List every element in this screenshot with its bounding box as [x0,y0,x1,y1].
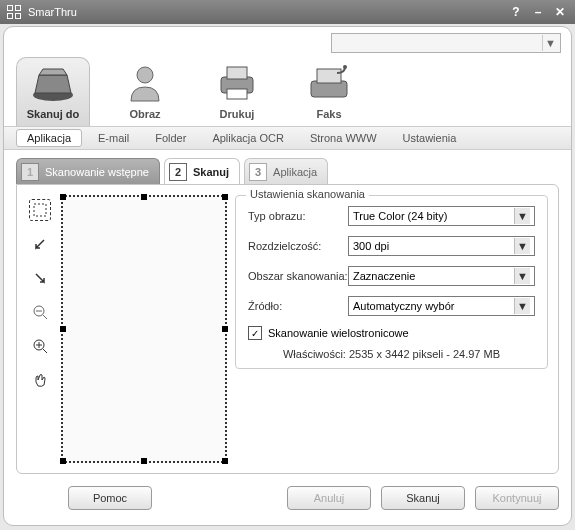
scan-settings-panel: Ustawienia skanowania Typ obrazu: True C… [235,195,548,463]
scanner-icon [28,62,78,104]
rotate-left-icon[interactable] [29,233,51,255]
resolution-label: Rozdzielczość: [248,240,348,252]
window-body: ▼ Skanuj do Obraz Drukuj Faks [3,26,572,526]
tab-image[interactable]: Obraz [108,58,182,126]
source-select[interactable]: Automatyczny wybór ▼ [348,296,535,316]
resize-handle[interactable] [141,458,147,464]
scan-area-select[interactable]: Zaznaczenie ▼ [348,266,535,286]
content-area: Ustawienia skanowania Typ obrazu: True C… [16,184,559,474]
main-toolbar: Skanuj do Obraz Drukuj Faks [4,55,571,126]
cancel-button[interactable]: Anuluj [287,486,371,510]
resolution-value: 300 dpi [353,240,389,252]
step-number: 2 [169,163,187,181]
step-number: 1 [21,163,39,181]
chevron-down-icon: ▼ [542,35,558,51]
svg-point-7 [343,65,347,69]
step-tab-scan[interactable]: 2 Skanuj [164,158,240,184]
resize-handle[interactable] [222,458,228,464]
close-icon[interactable]: ✕ [551,4,569,20]
scan-settings-fieldset: Ustawienia skanowania Typ obrazu: True C… [235,195,548,369]
svg-rect-8 [34,204,46,216]
resize-handle[interactable] [60,458,66,464]
step-label: Skanuj [193,166,229,178]
tab-print-label: Drukuj [220,108,255,126]
subtab-ocr[interactable]: Aplikacja OCR [202,130,294,146]
subtab-folder[interactable]: Folder [145,130,196,146]
image-type-label: Typ obrazu: [248,210,348,222]
app-icon [6,4,22,20]
continue-button[interactable]: Kontynuuj [475,486,559,510]
preview-tool-strip [27,195,53,463]
zoom-out-icon[interactable] [29,301,51,323]
resize-handle[interactable] [60,194,66,200]
step-tabs: 1 Skanowanie wstępne 2 Skanuj 3 Aplikacj… [4,150,571,184]
printer-icon [212,62,262,104]
step-tab-application[interactable]: 3 Aplikacja [244,158,328,184]
svg-point-1 [137,67,153,83]
rotate-right-icon[interactable] [29,267,51,289]
tab-scan-to[interactable]: Skanuj do [16,57,90,126]
resize-handle[interactable] [222,194,228,200]
step-label: Skanowanie wstępne [45,166,149,178]
tab-scan-to-label: Skanuj do [27,108,80,126]
person-icon [120,62,170,104]
resize-handle[interactable] [60,326,66,332]
svg-rect-3 [227,67,247,79]
tab-fax[interactable]: Faks [292,58,366,126]
subtab-web[interactable]: Strona WWW [300,130,387,146]
window-title: SmarThru [28,6,503,18]
help-icon[interactable]: ? [507,4,525,20]
scan-area-value: Zaznaczenie [353,270,415,282]
titlebar: SmarThru ? – ✕ [0,0,575,24]
scan-preview[interactable] [61,195,227,463]
multipage-checkbox[interactable]: ✓ [248,326,262,340]
subtab-application[interactable]: Aplikacja [16,129,82,147]
sub-toolbar: Aplikacja E-mail Folder Aplikacja OCR St… [4,126,571,150]
minimize-icon[interactable]: – [529,4,547,20]
fieldset-legend: Ustawienia skanowania [246,188,369,200]
resize-handle[interactable] [222,326,228,332]
tab-image-label: Obraz [129,108,160,126]
chevron-down-icon: ▼ [514,268,530,284]
source-value: Automatyczny wybór [353,300,454,312]
scan-properties-text: Właściwości: 2535 x 3442 pikseli - 24.97… [248,348,535,360]
image-type-value: True Color (24 bity) [353,210,447,222]
top-combo[interactable]: ▼ [331,33,561,53]
resize-handle[interactable] [141,194,147,200]
svg-rect-4 [227,89,247,99]
source-label: Źródło: [248,300,348,312]
fax-icon [304,62,354,104]
chevron-down-icon: ▼ [514,298,530,314]
step-number: 3 [249,163,267,181]
subtab-email[interactable]: E-mail [88,130,139,146]
tab-print[interactable]: Drukuj [200,58,274,126]
step-tab-prescan[interactable]: 1 Skanowanie wstępne [16,158,160,184]
top-combo-bar: ▼ [4,27,571,55]
chevron-down-icon: ▼ [514,208,530,224]
zoom-in-icon[interactable] [29,335,51,357]
image-type-select[interactable]: True Color (24 bity) ▼ [348,206,535,226]
step-label: Aplikacja [273,166,317,178]
chevron-down-icon: ▼ [514,238,530,254]
svg-line-10 [43,315,47,319]
hand-tool-icon[interactable] [29,369,51,391]
help-button[interactable]: Pomoc [68,486,152,510]
bottom-button-bar: Pomoc Anuluj Skanuj Kontynuuj [4,482,571,520]
subtab-settings[interactable]: Ustawienia [393,130,467,146]
scan-button[interactable]: Skanuj [381,486,465,510]
resolution-select[interactable]: 300 dpi ▼ [348,236,535,256]
svg-rect-6 [317,69,341,83]
selection-tool-icon[interactable] [29,199,51,221]
svg-line-13 [43,349,47,353]
scan-area-label: Obszar skanowania: [248,270,348,282]
multipage-label: Skanowanie wielostronicowe [268,327,409,339]
tab-fax-label: Faks [316,108,341,126]
